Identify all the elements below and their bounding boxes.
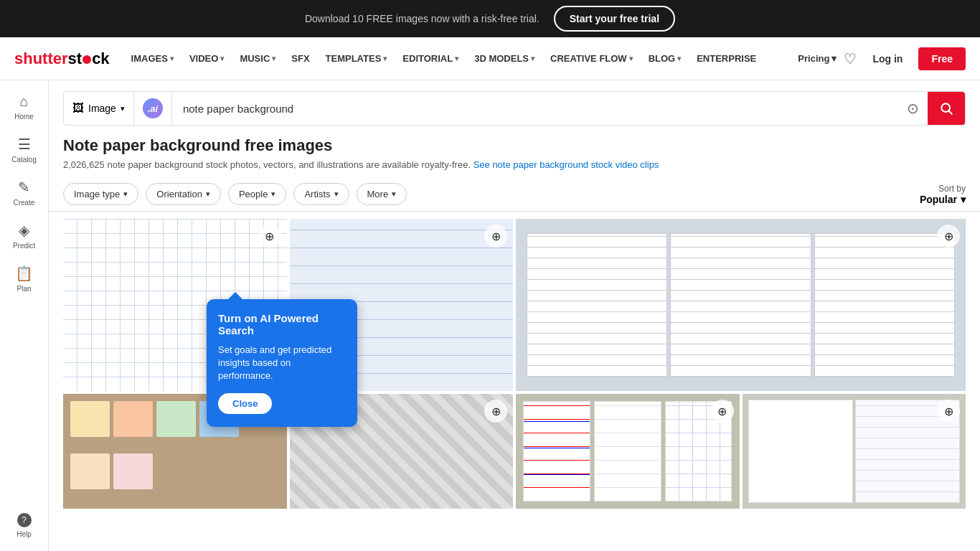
create-icon: ✎	[18, 179, 30, 196]
sidebar: ⌂ Home ☰ Catalog ✎ Create ◈ Predict 📋 Pl…	[0, 80, 49, 551]
image-type-icon: 🖼	[72, 102, 84, 115]
ai-tooltip-title: Turn on AI Powered Search	[218, 312, 346, 336]
notebook-pages-image	[516, 219, 966, 391]
chevron-down-icon: ▾	[629, 55, 633, 62]
sidebar-item-help[interactable]: ? Help	[0, 507, 48, 544]
chevron-down-icon: ▾	[961, 194, 966, 205]
ai-tooltip-text: Set goals and get predicted insights bas…	[218, 344, 346, 383]
chevron-down-icon: ▾	[123, 189, 128, 199]
nav-sfx[interactable]: SFX	[284, 49, 316, 68]
plan-icon: 📋	[15, 265, 33, 282]
filters-row: Image type ▾ Orientation ▾ People ▾ Arti…	[49, 177, 980, 212]
zoom-button[interactable]: ⊕	[937, 225, 960, 248]
ai-logo-icon: .ai	[143, 98, 163, 118]
favorites-icon[interactable]: ♡	[844, 50, 857, 67]
chevron-down-icon: ▾	[271, 189, 275, 199]
zoom-button[interactable]: ⊕	[484, 400, 507, 423]
sidebar-item-create[interactable]: ✎ Create	[0, 173, 48, 212]
nav-enterprise[interactable]: ENTERPRISE	[689, 49, 763, 68]
filter-artists[interactable]: Artists ▾	[293, 183, 349, 205]
nav-blog[interactable]: BLOG ▾	[641, 49, 689, 68]
logo-text: shutterstck	[14, 50, 110, 68]
chevron-down-icon: ▾	[170, 55, 174, 62]
chevron-down-icon: ▾	[455, 55, 458, 62]
svg-line-1	[949, 111, 953, 115]
chevron-down-icon: ▾	[272, 55, 275, 62]
sidebar-item-catalog[interactable]: ☰ Catalog	[0, 130, 48, 169]
sidebar-item-home[interactable]: ⌂ Home	[0, 88, 48, 126]
filter-image-type[interactable]: Image type ▾	[63, 183, 138, 205]
video-clips-link[interactable]: See note paper background stock video cl…	[473, 159, 659, 170]
image-card[interactable]: ⊕	[516, 394, 740, 509]
chevron-down-icon: ▾	[383, 55, 387, 62]
filter-people[interactable]: People ▾	[228, 183, 286, 205]
login-button[interactable]: Log in	[864, 49, 911, 69]
chevron-down-icon: ▾	[206, 189, 210, 199]
pricing-button[interactable]: Pricing ▾	[798, 53, 837, 64]
catalog-icon: ☰	[18, 136, 31, 153]
main-nav: IMAGES ▾ VIDEO ▾ MUSIC ▾ SFX TEMPLATES ▾…	[124, 49, 791, 68]
nav-3dmodels[interactable]: 3D MODELS ▾	[467, 49, 542, 68]
chevron-down-icon: ▾	[677, 55, 681, 62]
chevron-down-icon: ▾	[531, 55, 534, 62]
image-card[interactable]: ⊕	[516, 219, 966, 391]
search-button[interactable]	[928, 92, 965, 125]
results-subtitle: 2,026,625 note paper background stock ph…	[63, 159, 966, 170]
ai-search-toggle[interactable]: .ai	[134, 92, 172, 125]
help-icon: ?	[17, 513, 32, 527]
search-type-select[interactable]: 🖼 Image ▾	[64, 92, 134, 125]
sidebar-item-plan[interactable]: 📋 Plan	[0, 259, 48, 298]
results-title: Note paper background free images	[63, 136, 966, 155]
search-icon	[939, 101, 953, 116]
free-button[interactable]: Free	[918, 47, 966, 70]
header-actions: Pricing ▾ ♡ Log in Free	[798, 47, 966, 70]
top-banner: Download 10 FREE images now with a risk-…	[0, 0, 980, 37]
search-bar: 🖼 Image ▾ .ai ⊙	[63, 91, 966, 126]
chevron-down-icon: ▾	[121, 104, 125, 113]
chevron-down-icon: ▾	[392, 189, 396, 199]
ai-tooltip: Turn on AI Powered Search Set goals and …	[207, 299, 357, 427]
blank-papers-image	[743, 394, 966, 509]
search-input[interactable]	[172, 103, 898, 115]
zoom-button[interactable]: ⊕	[258, 225, 281, 248]
camera-search-icon[interactable]: ⊙	[898, 100, 928, 117]
zoom-button[interactable]: ⊕	[711, 400, 734, 423]
content-area: 🖼 Image ▾ .ai ⊙ Note paper background fr…	[49, 80, 980, 551]
nav-video[interactable]: VIDEO ▾	[182, 49, 231, 68]
image-card[interactable]: ⊕	[743, 394, 966, 509]
chevron-down-icon: ▾	[220, 55, 224, 62]
nav-creative-flow[interactable]: CREATIVE FLOW ▾	[543, 49, 640, 68]
sort-container: Sort by Popular ▾	[920, 184, 966, 205]
nav-images[interactable]: IMAGES ▾	[124, 49, 181, 68]
zoom-button[interactable]: ⊕	[937, 400, 960, 423]
sidebar-item-predict[interactable]: ◈ Predict	[0, 216, 48, 255]
nav-templates[interactable]: TEMPLATES ▾	[319, 49, 395, 68]
sort-select[interactable]: Popular ▾	[920, 194, 966, 205]
close-tooltip-button[interactable]: Close	[218, 393, 272, 414]
image-grid: ⊕ ⊕ ⊕	[49, 212, 980, 516]
nav-music[interactable]: MUSIC ▾	[232, 49, 283, 68]
filter-more[interactable]: More ▾	[357, 183, 407, 205]
predict-icon: ◈	[19, 222, 29, 239]
logo[interactable]: shutterstck	[14, 50, 110, 68]
filter-orientation[interactable]: Orientation ▾	[146, 183, 221, 205]
trial-button[interactable]: Start your free trial	[554, 6, 675, 32]
chevron-down-icon: ▾	[334, 189, 339, 199]
banner-text: Download 10 FREE images now with a risk-…	[305, 13, 540, 24]
zoom-button[interactable]: ⊕	[484, 225, 507, 248]
nav-editorial[interactable]: EDITORIAL ▾	[395, 49, 466, 68]
main-layout: ⌂ Home ☰ Catalog ✎ Create ◈ Predict 📋 Pl…	[0, 80, 980, 551]
svg-point-0	[941, 103, 950, 112]
chevron-down-icon: ▾	[831, 53, 837, 64]
header: shutterstck IMAGES ▾ VIDEO ▾ MUSIC ▾ SFX…	[0, 37, 980, 80]
results-header: Note paper background free images 2,026,…	[49, 136, 980, 177]
multiple-papers-image	[516, 394, 740, 509]
home-icon: ⌂	[19, 93, 28, 110]
